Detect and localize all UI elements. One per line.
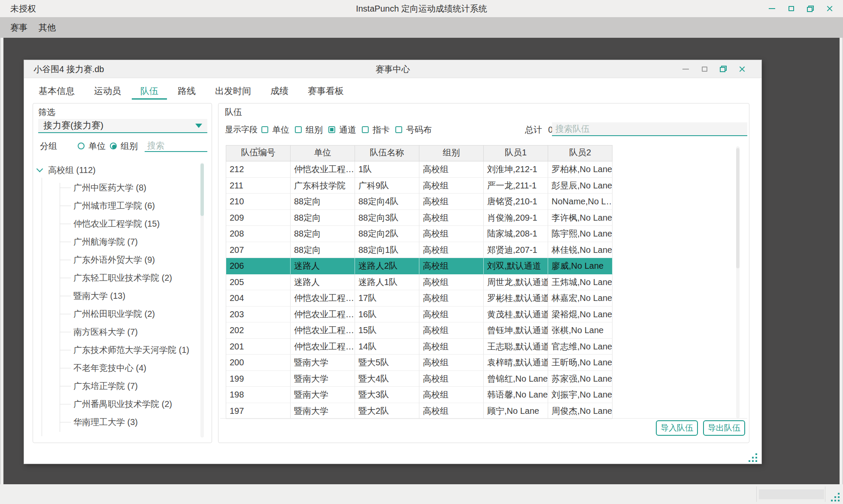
tab-courses[interactable]: 路线	[169, 85, 204, 100]
child-resize-grip-icon[interactable]	[749, 453, 758, 462]
menu-item-event[interactable]: 赛事	[10, 22, 27, 33]
table-row[interactable]: 212仲恺农业工程…1队高校组刘淮坤,212-1罗柏林,No Lane	[226, 161, 613, 178]
checkbox-bib-control[interactable]	[395, 126, 402, 133]
column-header-3[interactable]: 组别	[419, 146, 484, 161]
tree-item[interactable]: 华南理工大学 (3)	[36, 413, 199, 431]
checkbox-option-bib[interactable]: 号码布	[395, 124, 432, 136]
maximize-button[interactable]	[787, 5, 795, 12]
table-row[interactable]: 20988定向88定向3队高校组肖俊瀚,209-1李许枫,No Lane	[226, 210, 613, 226]
column-header-5[interactable]: 队员2	[548, 146, 613, 161]
checkbox-option-unit[interactable]: 单位	[261, 124, 289, 136]
tree-root-item[interactable]: 高校组 (112)	[36, 161, 199, 179]
tree-scrollbar[interactable]	[200, 163, 204, 437]
tab-dashboard[interactable]: 赛事看板	[299, 85, 352, 100]
tree-item[interactable]: 广州番禺职业技术学院 (2)	[36, 395, 199, 413]
checkbox-unit-control[interactable]	[261, 126, 268, 133]
child-titlebar[interactable]: 小谷围4 接力赛.db 赛事中心	[24, 60, 761, 78]
event-dropdown[interactable]: 接力赛(接力赛)	[38, 119, 207, 133]
table-scrollbar-thumb[interactable]	[736, 148, 740, 268]
chevron-down-icon[interactable]	[36, 166, 43, 173]
tree-item[interactable]: 广州城市理工学院 (6)	[36, 197, 199, 215]
app-window: 未授权 InstaPunch 定向运动成绩统计系统 赛事其他 小谷围4 接力赛.…	[0, 0, 843, 504]
table-cell: 205	[226, 274, 291, 291]
tab-bar: 基本信息运动员队伍路线出发时间成绩赛事看板	[30, 85, 355, 100]
tree-item[interactable]: 广州中医药大学 (8)	[36, 179, 199, 197]
column-header-0[interactable]: 队伍编号	[226, 146, 291, 161]
tree-item[interactable]: 广东轻工职业技术学院 (2)	[36, 269, 199, 287]
maximize-button[interactable]	[700, 65, 708, 73]
table-cell: 高校组	[419, 322, 484, 339]
table-cell: 暨南大学	[291, 403, 355, 419]
tree-item[interactable]: 仲恺农业工程学院 (15)	[36, 215, 199, 233]
table-row[interactable]: 201仲恺农业工程…14队高校组王志聪,默认通道官志维,No Lane	[226, 339, 613, 355]
radio-category-control[interactable]	[110, 143, 117, 149]
tab-results[interactable]: 成绩	[262, 85, 297, 100]
tree-item[interactable]: 广东培正学院 (7)	[36, 377, 199, 395]
table-cell: 袁梓晴,默认通道	[484, 355, 548, 371]
tree-root-label: 高校组 (112)	[48, 164, 96, 176]
table-row[interactable]: 203仲恺农业工程…16队高校组黄茂桂,默认通道梁裕焜,No Lane	[226, 307, 613, 323]
checkbox-option-channel[interactable]: 通道	[328, 124, 356, 136]
table-row[interactable]: 197暨南大学暨大2队高校组顾宁,No Lane周俊杰,No Lane	[226, 403, 613, 419]
table-row[interactable]: 20788定向88定向1队高校组郑贤迪,207-1林佳锐,No Lane	[226, 242, 613, 258]
table-cell: 197	[226, 403, 291, 419]
statusbar-divider	[756, 486, 757, 502]
tab-teams[interactable]: 队伍	[132, 85, 167, 100]
radio-unit-control[interactable]	[78, 143, 85, 149]
table-row[interactable]: 198暨南大学暨大3队高校组韩语馨,No Lane刘振宇,No Lane	[226, 387, 613, 403]
table-cell: 暨大2队	[355, 403, 419, 419]
checkbox-option-category[interactable]: 组别	[295, 124, 323, 136]
tree-item[interactable]: 广州航海学院 (7)	[36, 233, 199, 251]
tree-item[interactable]: 暨南大学 (13)	[36, 287, 199, 305]
column-header-4[interactable]: 队员1	[484, 146, 548, 161]
checkbox-category-control[interactable]	[295, 126, 302, 133]
close-button[interactable]	[738, 65, 746, 73]
checkbox-option-card[interactable]: 指卡	[362, 124, 390, 136]
tab-athletes[interactable]: 运动员	[85, 85, 130, 100]
display-fields-label: 显示字段	[225, 124, 258, 135]
table-row[interactable]: 205迷路人迷路人1队高校组周世龙,默认通道王炜城,No Lane	[226, 274, 613, 291]
table-row[interactable]: 21088定向88定向4队高校组唐铭贤,210-1NoName,No L…	[226, 194, 613, 210]
team-search-input[interactable]	[552, 122, 747, 136]
table-cell: 88定向	[291, 242, 355, 258]
radio-option-unit[interactable]: 单位	[78, 140, 106, 152]
field-toggles: 单位组别通道指卡号码布	[261, 124, 437, 136]
import-teams-button[interactable]: 导入队伍	[656, 420, 698, 436]
table-cell: 彭昱辰,No Lane	[548, 178, 613, 194]
tree-item[interactable]: 广东技术师范大学天河学院 (1)	[36, 341, 199, 359]
table-row[interactable]: 200暨南大学暨大5队高校组袁梓晴,默认通道王昕旸,No Lane	[226, 355, 613, 371]
tab-start-times[interactable]: 出发时间	[206, 85, 260, 100]
tab-basic-info[interactable]: 基本信息	[30, 85, 83, 100]
minimize-button[interactable]	[768, 5, 776, 12]
table-row[interactable]: 199暨南大学暨大4队高校组曾锦红,No Lane苏家强,No Lane	[226, 371, 613, 387]
export-teams-button[interactable]: 导出队伍	[703, 420, 745, 436]
group-search-input[interactable]	[145, 140, 207, 152]
table-row[interactable]: 206迷路人迷路人2队高校组刘双,默认通道廖威,No Lane	[226, 258, 613, 274]
table-row[interactable]: 202仲恺农业工程…15队高校组曾钰坤,默认通道张棋,No Lane	[226, 322, 613, 339]
column-header-1[interactable]: 单位	[291, 146, 355, 161]
table-cell: 刘振宇,No Lane	[548, 387, 613, 403]
app-resize-grip-icon[interactable]	[831, 492, 840, 502]
table-cell: 88定向	[291, 226, 355, 242]
restore-button[interactable]	[719, 65, 727, 73]
table-cell: 迷路人2队	[355, 258, 419, 274]
table-bottom-divider	[220, 418, 747, 419]
restore-button[interactable]	[807, 5, 814, 12]
checkbox-channel-control[interactable]	[328, 126, 335, 133]
table-scrollbar[interactable]	[736, 146, 740, 418]
table-cell: 211	[226, 178, 291, 194]
close-button[interactable]	[826, 5, 834, 12]
tree-item[interactable]: 不老年竞技中心 (4)	[36, 359, 199, 377]
menu-item-other[interactable]: 其他	[39, 22, 56, 33]
tree-item[interactable]: 广州松田职业学院 (2)	[36, 305, 199, 323]
column-header-2[interactable]: 队伍名称	[355, 146, 419, 161]
table-row[interactable]: 211广东科技学院广科9队高校组严一龙,211-1彭昱辰,No Lane	[226, 178, 613, 194]
table-row[interactable]: 204仲恺农业工程…17队高校组罗彬桂,默认通道林嘉宏,No Lane	[226, 290, 613, 307]
minimize-button[interactable]	[682, 65, 689, 73]
tree-item[interactable]: 广东外语外贸大学 (9)	[36, 251, 199, 269]
tree-item[interactable]: 南方医科大学 (7)	[36, 323, 199, 341]
radio-option-category[interactable]: 组别	[110, 140, 138, 152]
table-row[interactable]: 20888定向88定向2队高校组陆家城,208-1陈宇熙,No Lane	[226, 226, 613, 242]
checkbox-card-control[interactable]	[362, 126, 369, 133]
tree-scrollbar-thumb[interactable]	[200, 164, 204, 216]
